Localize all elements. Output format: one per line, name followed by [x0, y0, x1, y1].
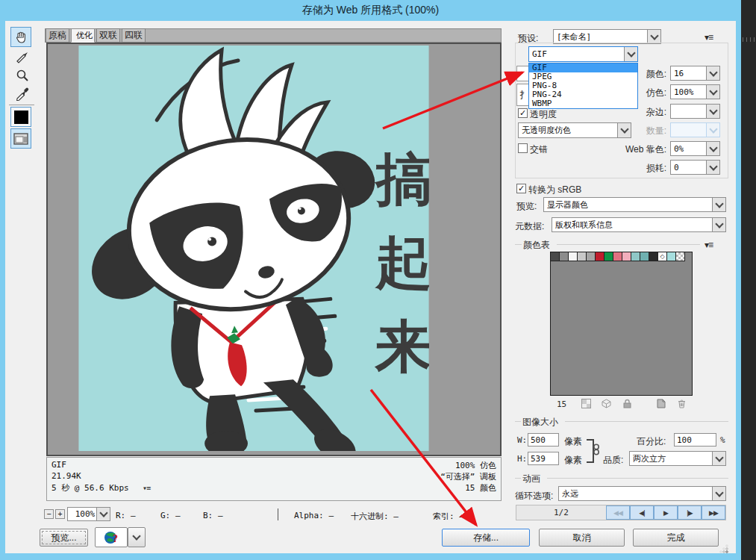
- snap-transparency-icon[interactable]: [581, 399, 592, 408]
- last-frame-button[interactable]: ▶▶: [702, 505, 725, 520]
- color-swatch[interactable]: [569, 252, 578, 261]
- chevron-down-icon: [624, 47, 637, 61]
- previous-frame-button[interactable]: ◀|: [630, 505, 654, 520]
- lossy-select[interactable]: 0: [670, 160, 720, 175]
- color-swatch[interactable]: [596, 252, 605, 261]
- title-bar[interactable]: 存储为 Web 所用格式 (100%): [0, 0, 741, 21]
- preset-menu-icon[interactable]: ▾≡: [705, 32, 713, 43]
- transparency-checkbox[interactable]: [518, 108, 528, 118]
- quality-label: 品质:: [603, 454, 623, 467]
- color-swatch[interactable]: [640, 252, 649, 261]
- color-count: 15: [557, 399, 566, 409]
- loop-options-select[interactable]: 永远: [558, 486, 726, 501]
- metadata-select[interactable]: 版权和联系信息: [552, 217, 726, 232]
- readout-divider: [278, 508, 278, 520]
- tab-4up[interactable]: 四联: [122, 28, 146, 43]
- browser-globe-icon: ?: [103, 529, 119, 546]
- slice-select-tool-button[interactable]: [12, 47, 33, 67]
- slices-visibility-icon: [13, 133, 28, 145]
- color-swatch[interactable]: ◇: [658, 252, 667, 261]
- colors-select[interactable]: 16: [670, 66, 720, 81]
- zoom-out-button[interactable]: −: [44, 509, 54, 519]
- zoom-level-select[interactable]: 100%: [67, 507, 110, 521]
- lock-color-icon[interactable]: [622, 399, 633, 408]
- dialog-title: 存储为 Web 所用格式 (100%): [302, 4, 439, 17]
- current-color-black: [14, 111, 28, 124]
- color-swatch[interactable]: [649, 252, 658, 261]
- chevron-down-icon: [134, 535, 140, 539]
- zoom-in-button[interactable]: +: [55, 509, 65, 519]
- eyedropper-tool-button[interactable]: [12, 83, 33, 103]
- color-swatch[interactable]: [605, 252, 613, 261]
- height-input[interactable]: [528, 452, 559, 465]
- delete-color-icon[interactable]: [677, 399, 687, 408]
- web-shift-icon[interactable]: [602, 399, 612, 408]
- done-button[interactable]: 完成: [633, 529, 719, 547]
- preview-in-browser-button[interactable]: 预览...: [40, 529, 88, 547]
- next-frame-button[interactable]: |▶: [678, 505, 702, 520]
- percent-label: 百分比:: [637, 435, 666, 448]
- percent-unit: %: [720, 435, 725, 445]
- color-table-menu-icon[interactable]: ▾≡: [705, 240, 713, 250]
- height-label: H:: [517, 454, 527, 464]
- color-swatch[interactable]: [578, 252, 587, 261]
- chevron-down-icon: [706, 85, 719, 99]
- animation-header: 动画: [522, 473, 540, 485]
- matte-select[interactable]: [670, 104, 720, 119]
- loop-options-label: 循环选项:: [515, 490, 553, 503]
- toggle-slices-visibility-button[interactable]: [10, 128, 31, 149]
- section-line: [515, 478, 521, 479]
- section-line: [557, 244, 700, 245]
- color-swatch[interactable]: [551, 252, 560, 261]
- tab-optimized[interactable]: 优化: [71, 28, 95, 43]
- transparency-dither-select[interactable]: 无透明度仿色: [518, 122, 631, 138]
- percent-input[interactable]: [674, 433, 716, 447]
- color-swatch[interactable]: [631, 252, 640, 261]
- chain-link-icon[interactable]: [593, 444, 600, 455]
- browser-select-button[interactable]: ?: [95, 527, 128, 547]
- format-select[interactable]: GIF: [528, 46, 638, 62]
- preview-mode-label: 预览:: [516, 200, 537, 213]
- preset-select[interactable]: [未命名]: [553, 29, 661, 44]
- resize-grip[interactable]: [716, 544, 730, 554]
- hand-icon: [14, 31, 28, 44]
- color-swatch[interactable]: [676, 252, 685, 261]
- first-frame-button[interactable]: ◀◀: [606, 505, 630, 520]
- format-option-wbmp[interactable]: WBMP: [529, 99, 637, 108]
- chevron-down-icon: [706, 142, 719, 155]
- preview-mode-select[interactable]: 显示器颜色: [543, 197, 726, 212]
- web-snap-select[interactable]: 0%: [670, 141, 720, 156]
- optimize-info-bar: GIF 21.94K 5 秒 @ 56.6 Kbps ▾≡ 100% 仿色 “可…: [46, 457, 502, 501]
- cancel-button[interactable]: 取消: [539, 529, 625, 547]
- zoom-tool-button[interactable]: [12, 65, 33, 85]
- new-color-icon[interactable]: [656, 399, 666, 408]
- magnifier-icon: [15, 68, 30, 83]
- dither-select[interactable]: 100%: [670, 84, 720, 99]
- chevron-down-icon: [712, 452, 725, 465]
- convert-srgb-checkbox[interactable]: [516, 184, 526, 193]
- quality-select[interactable]: 两次立方: [629, 451, 726, 466]
- color-swatch[interactable]: [622, 252, 631, 261]
- browser-select-chevron[interactable]: [128, 527, 146, 547]
- hand-tool-button[interactable]: [10, 27, 31, 47]
- color-swatch[interactable]: [613, 252, 622, 261]
- eyedropper-icon: [15, 86, 30, 101]
- tab-original[interactable]: 原稿: [46, 28, 69, 43]
- interlaced-checkbox[interactable]: [518, 143, 528, 153]
- status-download-time: 5 秒 @ 56.6 Kbps: [51, 482, 129, 494]
- frame-counter: 1/2: [554, 508, 569, 517]
- color-swatch[interactable]: [560, 252, 569, 261]
- caption-char-3: 来: [375, 314, 429, 378]
- width-input[interactable]: [528, 433, 559, 447]
- color-swatch[interactable]: [587, 252, 596, 261]
- play-button[interactable]: ▶: [654, 505, 678, 520]
- chevron-down-icon: [96, 508, 110, 520]
- status-menu-icon[interactable]: ▾≡: [143, 484, 150, 492]
- readout-g: G: —: [160, 511, 181, 520]
- chevron-down-icon: [712, 487, 725, 500]
- save-button[interactable]: 存储...: [442, 529, 530, 547]
- eyedropper-color-swatch[interactable]: [10, 107, 31, 127]
- color-table[interactable]: ◇: [550, 252, 693, 396]
- color-swatch[interactable]: [667, 252, 676, 261]
- tab-2up[interactable]: 双联: [96, 28, 120, 43]
